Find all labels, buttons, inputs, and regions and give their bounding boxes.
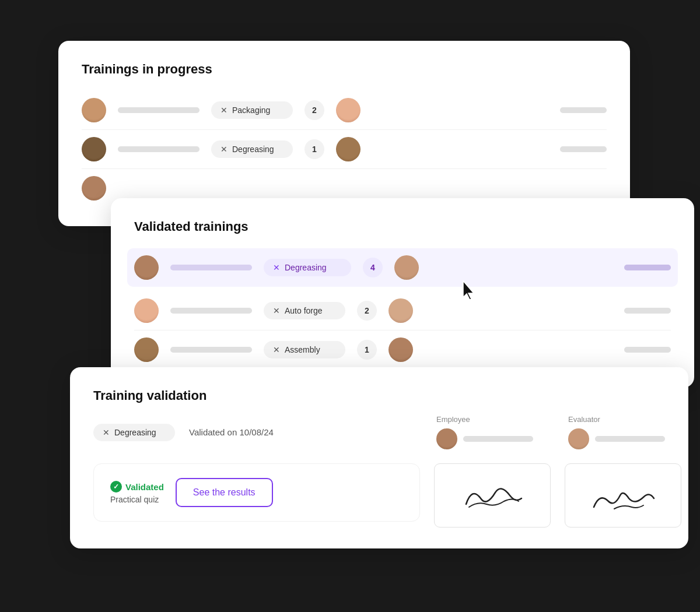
see-results-button[interactable]: See the results bbox=[176, 478, 273, 507]
avatar bbox=[134, 337, 159, 362]
validation-title: Training validation bbox=[93, 388, 665, 403]
action-bar bbox=[624, 347, 671, 353]
training-validation-card: Training validation ✕ Degreasing Validat… bbox=[70, 367, 688, 548]
skill-badge-active: ✕ Degreasing bbox=[264, 259, 351, 276]
avatar bbox=[82, 98, 106, 122]
table-row: ✕ Degreasing 1 bbox=[82, 130, 607, 169]
tool-icon: ✕ bbox=[103, 428, 110, 437]
name-bar bbox=[118, 107, 200, 113]
trainings-in-progress-title: Trainings in progress bbox=[82, 62, 607, 77]
validated-trainings-card: Validated trainings ✕ Degreasing 4 ✕ Aut… bbox=[111, 198, 694, 388]
avatar bbox=[134, 255, 159, 280]
tool-icon: ✕ bbox=[220, 145, 228, 154]
evaluator-signature-box bbox=[565, 463, 681, 527]
tool-icon: ✕ bbox=[220, 105, 228, 115]
quiz-label: Practical quiz bbox=[110, 495, 164, 504]
name-bar bbox=[118, 146, 200, 152]
action-bar bbox=[560, 107, 607, 113]
avatar bbox=[336, 98, 360, 122]
validated-status: ✓Validated Practical quiz bbox=[110, 481, 164, 504]
avatar bbox=[436, 428, 457, 449]
skill-badge: ✕ Auto forge bbox=[264, 302, 345, 319]
tool-icon: ✕ bbox=[273, 306, 280, 315]
skill-badge: ✕ Packaging bbox=[211, 101, 293, 119]
name-bar bbox=[463, 436, 533, 442]
count-badge-active: 4 bbox=[363, 258, 383, 277]
avatar bbox=[336, 137, 360, 161]
skill-badge: ✕ Assembly bbox=[264, 341, 345, 358]
table-row: ✕ Packaging 2 bbox=[82, 91, 607, 130]
avatar bbox=[82, 176, 106, 201]
validated-text: ✓Validated bbox=[110, 481, 164, 493]
table-row: ✕ Auto forge 2 bbox=[134, 291, 671, 330]
avatar bbox=[82, 137, 106, 161]
count-badge: 2 bbox=[304, 100, 324, 120]
avatar bbox=[134, 298, 159, 323]
tool-icon: ✕ bbox=[273, 263, 280, 272]
action-bar bbox=[624, 308, 671, 314]
avatar bbox=[388, 337, 413, 362]
table-row: ✕ Assembly 1 bbox=[134, 330, 671, 369]
count-badge: 1 bbox=[304, 139, 324, 159]
name-bar bbox=[170, 308, 252, 314]
validated-label: Validated bbox=[125, 482, 164, 492]
action-bar bbox=[560, 146, 607, 152]
skill-badge-validation: ✕ Degreasing bbox=[93, 424, 175, 441]
avatar bbox=[388, 298, 413, 323]
avatar bbox=[394, 255, 419, 280]
name-bar bbox=[170, 347, 252, 353]
tool-icon: ✕ bbox=[273, 345, 280, 354]
name-bar bbox=[170, 265, 252, 270]
name-bar bbox=[595, 436, 665, 442]
validation-body: ✓Validated Practical quiz See the result… bbox=[93, 463, 665, 527]
count-badge: 1 bbox=[357, 340, 377, 360]
evaluator-column: Evaluator bbox=[568, 415, 665, 449]
check-circle-icon: ✓ bbox=[110, 481, 122, 493]
validated-date: Validated on 10/08/24 bbox=[189, 427, 274, 437]
employee-label: Employee bbox=[436, 415, 533, 424]
employee-signature-box bbox=[434, 463, 551, 527]
employee-column: Employee bbox=[436, 415, 533, 449]
quiz-section: ✓Validated Practical quiz See the result… bbox=[93, 463, 420, 522]
evaluator-label: Evaluator bbox=[568, 415, 665, 424]
validated-trainings-title: Validated trainings bbox=[134, 219, 671, 234]
skill-badge: ✕ Degreasing bbox=[211, 140, 293, 158]
avatar bbox=[568, 428, 589, 449]
highlighted-row[interactable]: ✕ Degreasing 4 bbox=[127, 248, 678, 287]
count-badge: 2 bbox=[357, 301, 377, 321]
action-bar bbox=[624, 265, 671, 270]
